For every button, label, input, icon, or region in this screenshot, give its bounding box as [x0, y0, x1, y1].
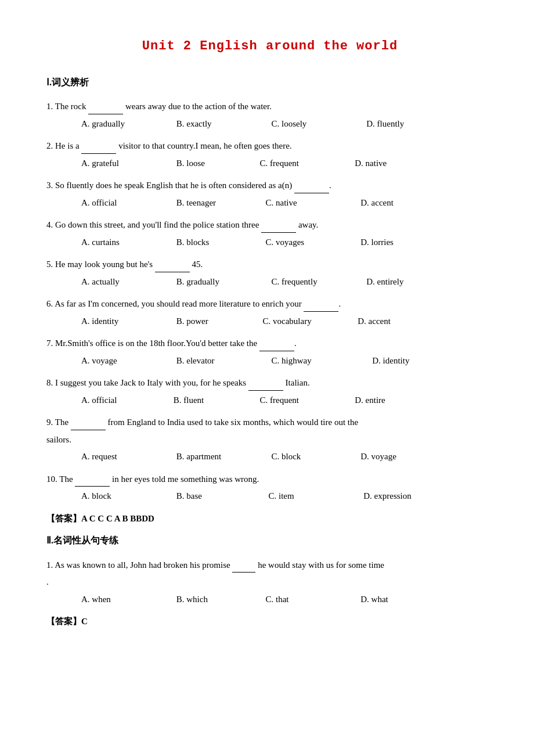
section1-answer: 【答案】A C C C A B BBDD: [46, 511, 493, 527]
option-1b: B. exactly: [176, 117, 269, 132]
question-6-options: A. identity B. power C. vocabulary D. ac…: [46, 314, 493, 329]
question-7-text: 7. Mr.Smith's office is on the 18th floo…: [46, 336, 493, 351]
page-title: Unit 2 English around the world: [46, 35, 493, 58]
s2-question-1: 1. As was known to all, John had broken …: [46, 557, 493, 607]
question-3: 3. So fluently does he speak English tha…: [46, 178, 493, 210]
s2-question-1-options: A. when B. which C. that D. what: [46, 592, 493, 607]
question-2-text: 2. He is a visitor to that country.I mea…: [46, 138, 493, 154]
option-3b: B. teenager: [176, 196, 264, 211]
option-1c: C. loosely: [272, 117, 365, 132]
option-3d: D. accent: [360, 196, 453, 211]
blank-6: [304, 296, 338, 312]
option-4c: C. voyages: [266, 235, 359, 250]
question-1-options: A. gradually B. exactly C. loosely D. fl…: [46, 117, 493, 132]
question-1-text: 1. The rock wears away due to the action…: [46, 99, 493, 114]
section2-answer: 【答案】C: [46, 614, 493, 629]
question-6: 6. As far as I'm concerned, you should r…: [46, 296, 493, 329]
option-2b: B. loose: [176, 156, 258, 171]
question-9: 9. The from England to India used to tak…: [46, 415, 493, 465]
question-2-options: A. grateful B. loose C. frequent D. nati…: [46, 156, 493, 171]
option-7b: B. elevator: [176, 354, 269, 369]
section1-heading: Ⅰ.词义辨析: [46, 74, 493, 91]
question-8: 8. I suggest you take Jack to Italy with…: [46, 375, 493, 408]
option-5c: C. frequently: [272, 275, 365, 290]
option-8b: B. fluent: [174, 393, 258, 408]
question-9-text: 9. The from England to India used to tak…: [46, 415, 493, 430]
s2-question-1-text2: .: [46, 575, 493, 590]
option-4b: B. blocks: [176, 235, 264, 250]
option-2c: C. frequent: [260, 156, 353, 171]
blank-5: [155, 257, 190, 272]
option-s2-1b: B. which: [176, 592, 264, 607]
question-3-text: 3. So fluently does he speak English tha…: [46, 178, 493, 193]
blank-9: [71, 415, 106, 430]
option-5d: D. entirely: [366, 275, 459, 290]
s2-question-1-text: 1. As was known to all, John had broken …: [46, 557, 493, 573]
section2-heading: Ⅱ.名词性从句专练: [46, 532, 493, 549]
option-5b: B. gradually: [176, 275, 269, 290]
question-4-text: 4. Go down this street, and you'll find …: [46, 217, 493, 233]
blank-3: [294, 178, 329, 193]
option-10a: A. block: [81, 489, 174, 504]
option-1d: D. fluently: [366, 117, 459, 132]
option-5a: A. actually: [81, 275, 174, 290]
question-5-text: 5. He may look young but he's 45.: [46, 257, 493, 272]
option-8c: C. frequent: [260, 393, 353, 408]
option-4d: D. lorries: [360, 235, 453, 250]
question-3-options: A. official B. teenager C. native D. acc…: [46, 196, 493, 211]
question-5-options: A. actually B. gradually C. frequently D…: [46, 275, 493, 290]
option-6c: C. vocabulary: [263, 314, 356, 329]
option-9d: D. voyage: [360, 449, 453, 465]
option-6b: B. power: [176, 314, 261, 329]
question-7-options: A. voyage B. elevator C. highway D. iden…: [46, 354, 493, 369]
option-6a: A. identity: [81, 314, 174, 329]
option-9c: C. block: [272, 449, 359, 465]
option-3a: A. official: [81, 196, 174, 211]
question-9-options: A. request B. apartment C. block D. voya…: [46, 449, 493, 465]
question-8-text: 8. I suggest you take Jack to Italy with…: [46, 375, 493, 391]
question-2: 2. He is a visitor to that country.I mea…: [46, 138, 493, 171]
question-10: 10. The in her eyes told me something wa…: [46, 471, 493, 504]
option-9b: B. apartment: [176, 449, 269, 465]
option-1a: A. gradually: [81, 117, 174, 132]
option-2d: D. native: [355, 156, 448, 171]
blank-8: [248, 375, 283, 391]
option-10d: D. expression: [363, 489, 456, 504]
question-4: 4. Go down this street, and you'll find …: [46, 217, 493, 250]
option-s2-1a: A. when: [81, 592, 174, 607]
option-7a: A. voyage: [81, 354, 174, 369]
option-8d: D. entire: [355, 393, 448, 408]
option-s2-1c: C. that: [266, 592, 359, 607]
option-7c: C. highway: [272, 354, 370, 369]
option-8a: A. official: [81, 393, 171, 408]
option-6d: D. accent: [358, 314, 450, 329]
question-8-options: A. official B. fluent C. frequent D. ent…: [46, 393, 493, 408]
question-10-text: 10. The in her eyes told me something wa…: [46, 471, 493, 487]
option-3c: C. native: [266, 196, 359, 211]
question-6-text: 6. As far as I'm concerned, you should r…: [46, 296, 493, 312]
option-7d: D. identity: [372, 354, 465, 369]
option-4a: A. curtains: [81, 235, 174, 250]
blank-7: [259, 336, 294, 351]
blank-s2-1: [232, 557, 255, 573]
option-s2-1d: D. what: [360, 592, 453, 607]
question-1: 1. The rock wears away due to the action…: [46, 99, 493, 131]
option-10b: B. base: [176, 489, 266, 504]
option-2a: A. grateful: [81, 156, 174, 171]
blank-4: [261, 217, 296, 233]
blank-2: [81, 138, 116, 154]
blank-1: [88, 99, 123, 114]
question-10-options: A. block B. base C. item D. expression: [46, 489, 493, 504]
question-7: 7. Mr.Smith's office is on the 18th floo…: [46, 336, 493, 368]
option-9a: A. request: [81, 449, 174, 465]
question-5: 5. He may look young but he's 45. A. act…: [46, 257, 493, 289]
question-9-text2: sailors.: [46, 433, 493, 448]
question-4-options: A. curtains B. blocks C. voyages D. lorr…: [46, 235, 493, 250]
option-10c: C. item: [269, 489, 362, 504]
blank-10: [75, 471, 110, 487]
